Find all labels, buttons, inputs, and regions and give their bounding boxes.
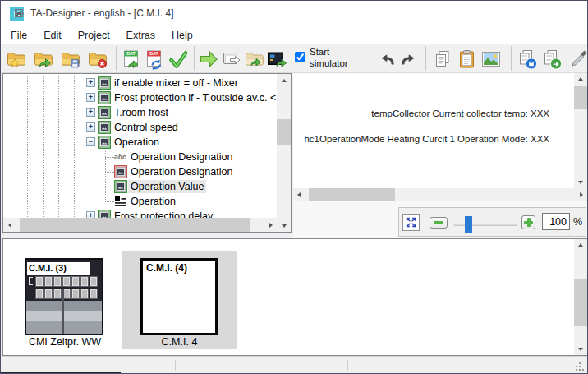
save-project-button[interactable] [59, 48, 82, 71]
design-canvas[interactable]: tempCollector Current collector temp: XX… [293, 73, 574, 188]
scrollbar-thumb[interactable] [574, 279, 587, 326]
zoom-slider-track[interactable] [454, 224, 517, 226]
run-button[interactable] [197, 48, 220, 71]
scroll-right-arrow[interactable] [264, 218, 277, 232]
pages-vertical-scrollbar[interactable] [574, 239, 587, 355]
undo-button[interactable] [376, 48, 397, 71]
canvas-vertical-scrollbar[interactable] [574, 73, 587, 188]
tree-item-label: Operation [128, 195, 178, 208]
copy-save-button[interactable] [516, 48, 539, 71]
new-project-folder-star-icon [6, 48, 27, 70]
page-caption[interactable]: CMI Zeitpr. WW [11, 336, 118, 348]
tree-item[interactable]: Control speed [3, 120, 278, 135]
zoom-separator [425, 210, 425, 233]
scroll-up-arrow[interactable] [574, 73, 587, 85]
new-project-button[interactable] [5, 48, 28, 71]
resize-grip[interactable] [576, 366, 577, 367]
page-caption[interactable]: C.M.I. 4 [122, 336, 237, 348]
toolbar-separator [116, 46, 117, 71]
thumbnail-button-row [35, 289, 98, 299]
menu-project[interactable]: Project [70, 27, 118, 44]
menu-help[interactable]: Help [163, 27, 201, 44]
canvas-horizontal-scrollbar[interactable] [293, 188, 587, 201]
validate-button[interactable] [167, 48, 190, 71]
zoom-in-button[interactable] [521, 215, 535, 229]
collapse-minus-icon[interactable] [86, 137, 95, 146]
scrollbar-thumb[interactable] [20, 218, 250, 232]
canvas-text-line[interactable]: hc1OperationMode Heating Curcit 1 Operat… [304, 134, 549, 144]
tree-item[interactable]: T.room frost [3, 105, 278, 120]
fit-to-window-button[interactable] [402, 214, 420, 231]
plus-icon [524, 218, 533, 227]
start-simulator-label[interactable]: Start simulator [310, 47, 364, 70]
copy-save-icon [517, 48, 538, 70]
color-picker-button[interactable] [569, 48, 588, 71]
text-lines-icon [114, 195, 127, 208]
scrollbar-thumb[interactable] [574, 86, 587, 109]
tree-item-label: if enable mixer = off - Mixer [112, 76, 241, 90]
expand-plus-icon[interactable] [86, 122, 95, 132]
insert-image-button[interactable] [480, 48, 503, 71]
scrollbar-thumb[interactable] [309, 188, 395, 201]
expand-plus-icon[interactable] [86, 93, 95, 102]
menu-extras[interactable]: Extras [118, 27, 163, 44]
export-dat-button[interactable]: DAT [120, 48, 143, 71]
zoom-value-input[interactable] [542, 213, 570, 230]
thumbnail-lower-area [26, 301, 102, 334]
close-icon [15, 8, 24, 19]
close-project-button[interactable] [86, 48, 109, 71]
scroll-down-arrow[interactable] [277, 219, 291, 232]
copy-refresh-button[interactable] [540, 48, 563, 71]
close-button[interactable] [1, 1, 37, 25]
status-divider [347, 360, 348, 371]
tree-horizontal-scrollbar[interactable] [3, 218, 277, 232]
simulator-window-button[interactable] [266, 48, 289, 71]
svg-text:DAT: DAT [149, 51, 158, 56]
tree-item[interactable]: abc Operation Designation [3, 150, 278, 164]
scroll-left-arrow[interactable] [3, 218, 16, 232]
tree-item-selected[interactable]: Operation Value [3, 179, 278, 194]
scroll-up-arrow[interactable] [277, 74, 291, 86]
toolbar-separator [511, 46, 512, 71]
tree-item[interactable]: Operation [3, 194, 278, 209]
svg-text:abc: abc [114, 153, 126, 161]
tree-vertical-scrollbar[interactable] [277, 74, 291, 232]
reload-dat-button[interactable]: DAT [143, 48, 166, 71]
zoom-out-button[interactable] [430, 217, 448, 229]
scroll-up-arrow[interactable] [574, 239, 587, 251]
zoom-slider-thumb[interactable] [465, 216, 472, 233]
expand-plus-icon[interactable] [86, 78, 95, 87]
export-window-button[interactable] [220, 48, 243, 71]
reload-dat-icon: DAT [144, 48, 165, 70]
status-bar [2, 356, 587, 372]
scroll-right-arrow[interactable] [576, 188, 587, 201]
eyedropper-icon [569, 48, 588, 70]
page-thumbnail-cmi4[interactable]: C.M.I. (4) [140, 258, 218, 335]
scroll-left-arrow[interactable] [293, 188, 305, 201]
tree-item[interactable]: if enable mixer = off - Mixer [3, 76, 278, 90]
scrollbar-thumb[interactable] [277, 119, 291, 145]
redo-button[interactable] [398, 48, 420, 71]
publish-folder-button[interactable] [243, 48, 266, 71]
scroll-down-arrow[interactable] [574, 344, 587, 355]
zoom-percent-label: % [573, 216, 582, 228]
paste-button[interactable] [456, 48, 479, 71]
tree-item[interactable]: Frost protection if - T.outside av.c. < [3, 90, 278, 105]
copy-button[interactable] [431, 48, 454, 71]
expand-plus-icon[interactable] [86, 108, 95, 117]
start-simulator-checkbox[interactable] [295, 52, 305, 62]
canvas-text-line[interactable]: tempCollector Current collector temp: XX… [371, 109, 549, 118]
tree-item[interactable]: Operation Designation [3, 164, 278, 179]
page-thumbnail-cmi3[interactable]: C.M.I. (3) [25, 258, 103, 335]
menu-edit[interactable]: Edit [35, 27, 70, 44]
display-element-icon [114, 180, 127, 193]
thumbnail-mark [29, 277, 33, 285]
title-bar: D TA-Designer - english - [C.M.I. 4] [1, 1, 587, 25]
scroll-down-arrow[interactable] [574, 177, 587, 188]
minus-icon [434, 221, 443, 224]
tree-item[interactable]: Operation [3, 135, 278, 150]
copy-refresh-icon [541, 48, 563, 70]
open-project-button[interactable] [32, 48, 55, 71]
pages-panel: C.M.I. (3) CMI Zeitpr. WW C.M.I. (4) C.M… [2, 238, 587, 356]
menu-file[interactable]: File [2, 27, 35, 44]
